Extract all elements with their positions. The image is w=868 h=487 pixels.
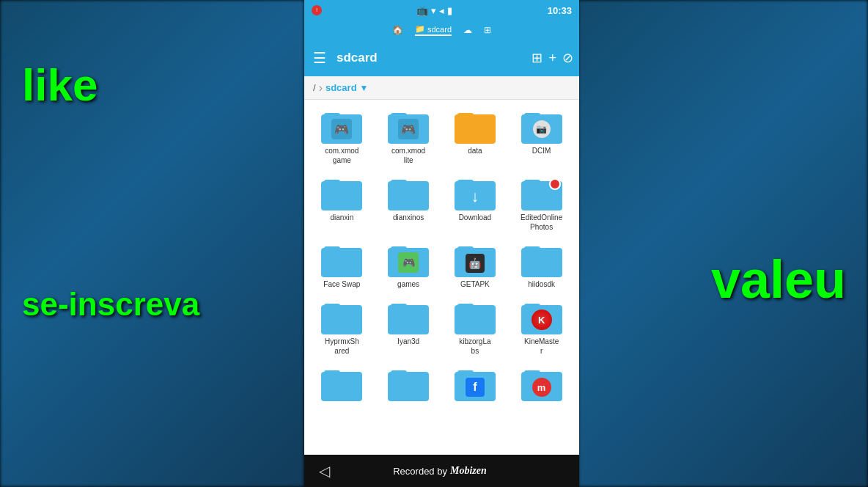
bottom-nav-bar: ◁ Recorded by Mobizen [304,455,579,487]
folder-dcim[interactable]: 📷 DCIM [510,106,573,169]
folder-icon [521,244,562,277]
local-label: sdcard [427,25,452,34]
folder-iyan3d[interactable]: Iyan3d [377,296,441,360]
folder-icon [321,367,362,401]
breadcrumb-chevron: › [319,81,323,95]
facebook-icon: f [466,378,485,397]
nav-actions: ⊞ + ⊘ [532,50,573,66]
add-icon[interactable]: + [548,51,556,66]
folder-unknown-2[interactable] [377,363,441,408]
folder-small-icon: 📁 [415,24,425,34]
folder-hyprmx-shared[interactable]: HyprmxShared [310,296,374,360]
overlay-se-inscreva-text: se-inscreva [22,286,199,323]
folder-icon: K [521,301,562,334]
folder-label: HyprmxShared [325,337,359,356]
folder-icon [521,177,562,210]
folder-games[interactable]: 🎮 games [377,239,441,293]
status-bar-center: 📺 ▾ ◂ ▮ [416,5,452,16]
nav-title: sdcard [336,51,527,65]
folder-download[interactable]: ↓ Download [444,172,507,236]
folder-label: dianxinos [393,213,424,222]
folder-getapk[interactable]: 🤖 GETAPK [444,239,507,293]
folder-icon: ↓ [455,177,496,210]
folder-label: Iyan3d [397,337,419,346]
folder-label: com.xmodlite [391,146,425,165]
android-icon: 🤖 [468,257,481,269]
folder-label: com.xmodgame [325,146,358,165]
folder-label: kibzorgLabs [459,337,490,356]
folder-icon: 🤖 [455,244,496,277]
folder-label: data [468,146,482,155]
battery-icon: ▮ [447,5,452,16]
folder-label: KineMaster [524,337,559,356]
folder-hiidosdk[interactable]: hiidosdk [510,239,573,293]
folder-label: Face Swap [323,279,360,289]
recorded-by-label: Recorded by Mobizen [393,465,487,477]
folder-data[interactable]: data [444,106,507,169]
app-nav-bar: ☰ sdcard ⊞ + ⊘ [304,40,579,76]
folder-icon: f [455,367,496,401]
folder-label: EditedOnlinePhotos [521,213,562,232]
folder-m-app[interactable]: m [510,363,573,408]
kinemaster-icon: K [532,310,552,330]
time-display: 10:33 [548,5,572,16]
folder-icon: m [521,367,562,401]
folder-dianxinos[interactable]: dianxinos [377,172,441,236]
folder-icon [321,177,362,210]
folder-edited-online-photos[interactable]: EditedOnlinePhotos [510,172,573,236]
folder-icon: 🎮 [321,110,362,144]
folder-unknown-1[interactable] [310,363,374,408]
grid-view-icon[interactable]: ⊞ [532,50,542,66]
gamepad-icon: 🎮 [334,122,349,136]
local-tab[interactable]: 📁 sdcard [415,24,452,36]
folder-facebook[interactable]: f [444,363,507,408]
folder-face-swap[interactable]: Face Swap [310,239,374,293]
grid-tab[interactable]: ⊞ [484,25,491,35]
cast-icon: 📺 [416,5,428,16]
breadcrumb-down-arrow: ▼ [360,83,369,93]
folder-label: DCIM [532,146,551,155]
back-button[interactable]: ◁ [319,462,330,480]
folder-icon [455,110,496,144]
menu-icon[interactable]: ☰ [310,46,329,70]
folder-kibzorg-labs[interactable]: kibzorgLabs [444,296,507,360]
badge-icon [549,178,561,190]
bg-right-panel [578,0,868,487]
folder-dianxin[interactable]: dianxin [310,172,374,236]
folder-icon [388,367,429,401]
cloud-tab[interactable]: ☁ [463,25,472,35]
file-grid-container: 🎮 com.xmodgame 🎮 com.xmodlite [304,100,579,455]
folder-icon: 🎮 [388,244,429,277]
breadcrumb-current[interactable]: sdcard [326,82,357,93]
signal-icon: ◂ [439,5,444,16]
folder-icon [388,177,429,210]
folder-com-xmod-game[interactable]: 🎮 com.xmodgame [310,106,374,169]
overlay-like-text: like [22,59,98,111]
m-app-icon: m [532,378,551,397]
mobizen-logo: Mobizen [450,465,487,477]
folder-label: GETAPK [460,279,490,289]
folder-label: Download [459,213,491,222]
folder-kinemaster[interactable]: K KineMaster [510,296,573,360]
home-icon-tab[interactable]: 🏠 [392,25,403,35]
download-arrow-icon: ↓ [471,187,479,206]
overlay-valeu-text: valeu [711,249,846,310]
phone-frame: ! 📺 ▾ ◂ ▮ 10:33 🏠 📁 sdcard ☁ ⊞ ☰ sdcard … [304,0,579,487]
games-icon: 🎮 [402,257,415,268]
folder-icon [321,301,362,334]
folder-icon [321,244,362,277]
folder-label: games [397,279,419,289]
folder-icon [388,301,429,334]
breadcrumb-bar: / › sdcard ▼ [304,76,579,100]
camera-icon: 📷 [536,124,547,134]
file-grid: 🎮 com.xmodgame 🎮 com.xmodlite [307,106,576,408]
app-icon: ! [312,5,322,15]
recorded-text: Recorded by [393,466,447,477]
folder-icon [455,301,496,334]
block-icon[interactable]: ⊘ [562,50,573,66]
folder-com-xmod-lite[interactable]: 🎮 com.xmodlite [377,106,441,169]
wifi-icon: ▾ [431,5,436,16]
status-bar: ! 📺 ▾ ◂ ▮ 10:33 [304,0,579,21]
folder-icon: 🎮 [388,110,429,144]
folder-icon: 📷 [521,110,562,144]
